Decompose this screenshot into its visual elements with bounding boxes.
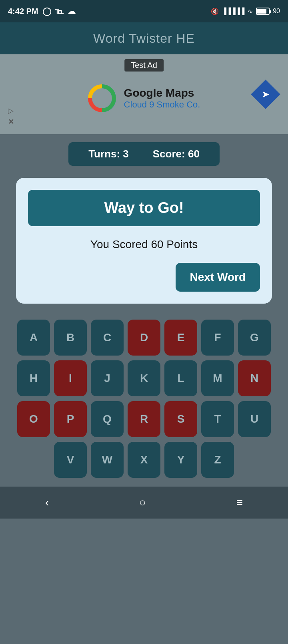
- key-v[interactable]: V: [54, 442, 87, 478]
- ad-company: Google Maps: [124, 87, 200, 99]
- battery-icon: [256, 8, 270, 15]
- key-a[interactable]: A: [17, 320, 50, 356]
- key-g[interactable]: G: [238, 320, 271, 356]
- key-l[interactable]: L: [164, 360, 197, 396]
- ad-subtitle: Cloud 9 Smoke Co.: [124, 99, 200, 110]
- score-bar: Turns: 3 Score: 60: [0, 134, 288, 174]
- key-c[interactable]: C: [91, 320, 124, 356]
- keyboard-row: VWXYZ: [8, 442, 280, 478]
- key-b[interactable]: B: [54, 320, 87, 356]
- key-w[interactable]: W: [91, 442, 124, 478]
- keyboard-area: ABCDEFGHIJKLMNOPQRSTUVWXYZ: [0, 312, 288, 487]
- key-i[interactable]: I: [54, 360, 87, 396]
- ad-label: Test Ad: [124, 59, 164, 72]
- menu-button[interactable]: ≡: [236, 496, 243, 509]
- key-r[interactable]: R: [128, 401, 160, 437]
- app-header: Word Twister HE: [0, 22, 288, 54]
- battery-percent: 90: [273, 8, 280, 15]
- app-title: Word Twister HE: [93, 31, 195, 46]
- usb-icon: ℡: [55, 6, 64, 16]
- key-m[interactable]: M: [201, 360, 234, 396]
- vibrate-icon: 🔇: [211, 8, 219, 15]
- key-o[interactable]: O: [17, 401, 50, 437]
- key-z[interactable]: Z: [201, 442, 234, 478]
- ad-play-icon[interactable]: ▷: [8, 106, 14, 115]
- ad-controls: ▷ ✕: [8, 106, 14, 126]
- key-f[interactable]: F: [201, 320, 234, 356]
- ad-close-icon[interactable]: ✕: [8, 117, 14, 126]
- nav-bar: ‹ ○ ≡: [0, 487, 288, 519]
- score-box: Turns: 3 Score: 60: [68, 142, 220, 166]
- key-u[interactable]: U: [238, 401, 271, 437]
- status-bar: 4:42 PM ◯ ℡ ☁ 🔇 ▐▐▐▐▐ ∿ 90: [0, 0, 288, 22]
- whatsapp-icon: ◯: [42, 6, 51, 16]
- signal-icon: ▐▐▐▐▐: [222, 8, 245, 15]
- key-p[interactable]: P: [54, 401, 87, 437]
- modal-header: Way to Go!: [28, 190, 260, 226]
- status-time-area: 4:42 PM ◯ ℡ ☁: [8, 6, 76, 16]
- google-logo-icon: [88, 84, 116, 112]
- key-j[interactable]: J: [91, 360, 124, 396]
- modal-header-text: Way to Go!: [104, 199, 184, 216]
- next-word-button[interactable]: Next Word: [176, 263, 260, 292]
- key-n[interactable]: N: [238, 360, 271, 396]
- key-y[interactable]: Y: [164, 442, 197, 478]
- keyboard-row: ABCDEFG: [8, 320, 280, 356]
- back-button[interactable]: ‹: [45, 496, 49, 509]
- status-right-icons: 🔇 ▐▐▐▐▐ ∿ 90: [211, 8, 280, 15]
- ad-arrow-icon[interactable]: ➤: [251, 80, 280, 109]
- key-h[interactable]: H: [17, 360, 50, 396]
- key-e[interactable]: E: [164, 320, 197, 356]
- modal-score-text: You Scored 60 Points: [28, 238, 260, 251]
- wifi-icon: ∿: [248, 8, 253, 15]
- modal-card: Way to Go! You Scored 60 Points Next Wor…: [16, 178, 272, 304]
- keyboard-row: HIJKLMN: [8, 360, 280, 396]
- key-t[interactable]: T: [201, 401, 234, 437]
- cloud-icon: ☁: [68, 6, 76, 16]
- key-d[interactable]: D: [128, 320, 160, 356]
- key-x[interactable]: X: [128, 442, 160, 478]
- ad-banner[interactable]: Test Ad Google Maps Cloud 9 Smoke Co. ➤ …: [0, 54, 288, 134]
- status-time: 4:42 PM: [8, 7, 38, 16]
- score-display: Score: 60: [153, 148, 200, 160]
- ad-text: Google Maps Cloud 9 Smoke Co.: [124, 87, 200, 110]
- keyboard-row: OPQRSTU: [8, 401, 280, 437]
- ad-content: Google Maps Cloud 9 Smoke Co.: [88, 84, 200, 112]
- home-button[interactable]: ○: [139, 496, 146, 509]
- turns-display: Turns: 3: [88, 148, 129, 160]
- key-s[interactable]: S: [164, 401, 197, 437]
- key-k[interactable]: K: [128, 360, 160, 396]
- key-q[interactable]: Q: [91, 401, 124, 437]
